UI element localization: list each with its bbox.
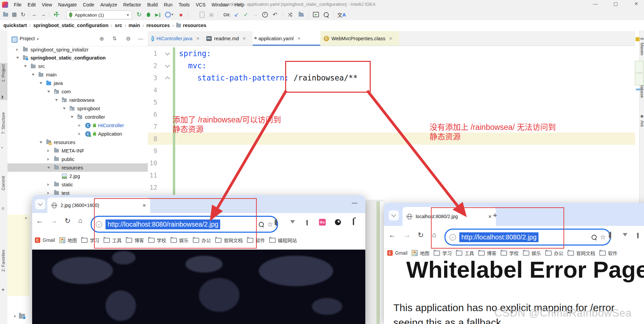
tool-window-button-favorites[interactable]: 2: Favorites★ [0,250,7,293]
project-panel-title[interactable]: Project ▼ [20,36,39,41]
forward-icon[interactable]: → [39,9,47,20]
close-icon[interactable]: ✕ [196,36,200,41]
tree-row-resources[interactable]: resources [7,163,148,172]
bookmark-gmail[interactable]: CGmail [387,250,408,256]
home-icon[interactable]: ⌂ [78,216,83,225]
code-line[interactable]: mvc: [179,60,206,72]
tree-row-com[interactable]: com [7,88,148,96]
expand-icon[interactable] [47,158,49,161]
back-icon[interactable]: ← [36,217,43,225]
minimize-button[interactable]: — [590,1,600,6]
coverage-icon[interactable]: ▶∥ [154,9,162,20]
locate-file-icon[interactable]: ⊕ [99,36,104,42]
maximize-button[interactable]: ▢ [611,1,621,6]
expand-icon[interactable] [32,74,34,76]
menu-item-run[interactable]: Run [161,2,176,7]
project-structure-icon[interactable] [296,9,306,20]
rollback-icon[interactable]: ↶ [271,9,279,20]
tree-row-partial[interactable] [14,314,25,319]
tree-row-public[interactable]: public [7,155,148,163]
tool-window-button-structure[interactable]: 7: Structure▪ [0,111,7,151]
reload-icon[interactable]: ↻ [65,217,71,225]
expand-icon[interactable] [16,48,18,51]
back-icon[interactable]: ← [30,9,39,20]
stop-icon[interactable]: ■ [177,9,185,20]
bookmark-folder[interactable]: 官网文档 [568,250,595,256]
expand-icon[interactable] [78,124,80,127]
reload-icon[interactable]: ↻ [418,231,424,239]
tree-row-2-jpg[interactable]: 2.jpg [7,172,148,180]
expand-icon[interactable] [40,141,42,143]
breadcrumb-item[interactable]: main [129,23,140,28]
collapse-all-icon[interactable]: ⇅ [112,36,117,42]
zoom-icon[interactable] [259,222,264,227]
tree-row-springboot-static-configuration[interactable]: springboot_static_configuration [7,54,148,62]
expand-icon[interactable] [47,91,50,93]
open-icon[interactable] [1,9,9,20]
breadcrumb-item[interactable]: resources [183,23,206,28]
stripe-annotation-mark[interactable] [635,73,644,85]
bookmark-folder[interactable]: 软件 [599,250,618,256]
menu-item-navigate[interactable]: Navigate [55,2,80,7]
open-in-new-icon[interactable] [637,233,639,238]
bookmark-folder[interactable]: 娱乐 [523,250,541,256]
expand-icon[interactable] [63,108,66,110]
search-everywhere-icon[interactable] [321,9,331,20]
bookmark-gmail[interactable]: CGmail [35,237,55,243]
menu-item-edit[interactable]: Edit [25,2,39,7]
tool-window-button-project[interactable]: 1: Project▮ [0,63,7,100]
tree-row-static[interactable]: static [7,180,148,189]
git-push-icon[interactable]: → [251,9,260,20]
breadcrumb-item[interactable]: springboot_static_configuration [33,23,108,28]
bookmark-star-icon[interactable]: ☆ [600,233,606,241]
expand-icon[interactable] [78,133,80,135]
side-panel-icon[interactable] [610,232,611,239]
menu-item-tools[interactable]: Tools [176,2,193,7]
tree-row-springboot[interactable]: springboot [7,105,148,113]
wrench-icon[interactable]: ⚒ [285,10,295,19]
save-icon[interactable] [10,9,18,20]
tree-row-hicontroller[interactable]: CHiController [7,121,148,130]
side-panel-icon[interactable] [276,219,277,226]
expand-icon[interactable] [71,116,73,118]
tab-application-yaml[interactable]: application.yaml ✕ [253,31,320,46]
tree-row-application[interactable]: CApplication [7,130,148,138]
run-configuration-select[interactable]: Application (1) ▼ [66,10,132,19]
build-hammer-icon[interactable]: ⚒ [49,7,64,22]
bookmark-folder[interactable]: 办公 [545,250,564,256]
close-icon[interactable]: ✕ [389,36,392,41]
adblock-extension-icon[interactable] [335,219,341,225]
open-in-new-icon[interactable] [306,221,308,226]
hide-panel-icon[interactable]: — [138,36,143,41]
stripe-annotation-mark[interactable] [635,61,644,73]
menu-item-file[interactable]: File [11,2,25,7]
minimize-button[interactable]: — [352,200,357,206]
package-icon[interactable]: ▣ [207,9,216,20]
tab-readme[interactable]: MD readme.md ✕ [203,31,253,46]
bookmark-star-icon[interactable]: ☆ [267,221,273,228]
stripe-warning-mark[interactable] [636,37,640,41]
tab-hicontroller[interactable]: C HiController.java ✕ [148,31,203,46]
profiler-icon[interactable]: ▼ [164,9,175,20]
clipboard-extension-icon[interactable] [353,218,354,225]
tree-row-resources[interactable]: resources [7,138,148,146]
tree-row-rainbowsea[interactable]: rainbowsea [7,96,148,105]
tree-row-springboot-spring-initializr[interactable]: springboot_spring_initializr [7,45,148,54]
bookmark-folder[interactable]: 编程网站 [269,237,297,244]
tab-search-chevron-icon[interactable] [389,210,399,221]
breadcrumb-item[interactable]: src [115,23,122,28]
settings-gear-icon[interactable]: ⚙ [126,36,131,42]
git-update-icon[interactable]: ↙ [232,9,241,20]
tree-row-src[interactable]: src [7,62,148,71]
bookmark-folder[interactable]: 工具 [456,250,474,256]
bookmark-map[interactable]: 地图 [59,237,77,244]
expand-icon[interactable] [16,57,19,59]
menu-item-view[interactable]: View [39,2,55,7]
run-icon[interactable]: ↻ [135,9,143,20]
extension-v-icon[interactable] [290,220,295,224]
tree-row-meta-inf[interactable]: META-INF [7,146,148,155]
expand-icon[interactable] [47,167,50,169]
bookmark-folder[interactable]: 学校 [501,250,519,256]
attach-debugger-icon[interactable] [198,9,206,20]
forward-icon[interactable]: → [50,217,58,225]
